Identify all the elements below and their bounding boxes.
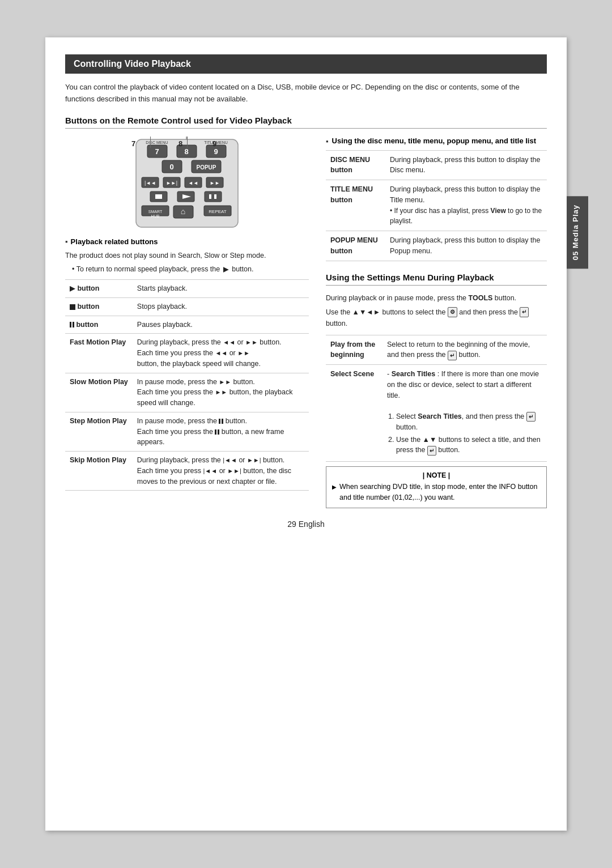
- menu-label: POPUP MENU button: [326, 231, 385, 261]
- menu-label: DISC MENU button: [326, 150, 385, 180]
- svg-text:►►|: ►►|: [166, 180, 177, 186]
- settings-label: Play from the beginning: [326, 335, 382, 365]
- svg-rect-22: [155, 194, 162, 199]
- stop-icon: [70, 304, 75, 310]
- menu-desc: During playback, press this button to di…: [385, 231, 547, 261]
- menu-table: DISC MENU button During playback, press …: [326, 150, 547, 261]
- settings-section: Using the Settings Menu During Playback …: [326, 273, 547, 508]
- table-row: button Pauses playback.: [65, 316, 309, 334]
- settings-label: Select Scene: [326, 365, 382, 462]
- section-title: Controlling Video Playback: [65, 54, 547, 74]
- btn-label: button: [65, 316, 133, 334]
- menu-label: TITLE MENU button: [326, 180, 385, 231]
- svg-text:7: 7: [155, 147, 159, 156]
- table-row: button Stops playback.: [65, 297, 309, 316]
- note-box-item: When searching DVD title, in stop mode, …: [332, 482, 541, 503]
- play-icon: [70, 286, 75, 292]
- svg-text:►►: ►►: [210, 180, 220, 186]
- note-text: The product does not play sound in Searc…: [65, 250, 309, 261]
- numbered-list: Select Search Titles, and then press the…: [396, 411, 542, 456]
- btn-label: button: [65, 297, 133, 316]
- svg-text:8: 8: [184, 147, 188, 156]
- list-item: Select Search Titles, and then press the…: [396, 411, 542, 433]
- page-number: 29 English: [65, 520, 547, 529]
- svg-text:HUB: HUB: [151, 214, 160, 218]
- svg-text:◄◄: ◄◄: [188, 180, 198, 186]
- settings-intro: During playback or in pause mode, press …: [326, 292, 547, 304]
- menu-desc: During playback, press this button to di…: [385, 180, 547, 231]
- table-row: POPUP MENU button During playback, press…: [326, 231, 547, 261]
- bullet-1: To return to normal speed playback, pres…: [72, 264, 309, 275]
- svg-text:9: 9: [214, 147, 218, 156]
- two-col-layout: 7 8 9 DISC MENU TITLE MENU 0: [65, 137, 547, 508]
- enter-btn-list1: ↵: [526, 412, 536, 422]
- svg-text:0: 0: [169, 163, 173, 171]
- svg-text:⌂: ⌂: [181, 207, 185, 216]
- table-row: Skip Motion Play During playback, press …: [65, 452, 309, 491]
- enter-btn-inline: ↵: [448, 351, 457, 360]
- btn-desc: In pause mode, press the button. Each ti…: [133, 412, 309, 451]
- play-icon-inline: [223, 267, 229, 273]
- intro-text: You can control the playback of video co…: [65, 82, 547, 105]
- btn-desc: During playback, press the |◄◄ or ►►| bu…: [133, 452, 309, 491]
- button-table: button Starts playback. button Stops pla…: [65, 279, 309, 491]
- note-box: | NOTE | When searching DVD title, in st…: [326, 466, 547, 508]
- settings-table: Play from the beginning Select to return…: [326, 335, 547, 462]
- btn-label: Slow Motion Play: [65, 373, 133, 412]
- left-column: 7 8 9 DISC MENU TITLE MENU 0: [65, 137, 309, 508]
- enter-btn-list2: ↵: [427, 446, 436, 456]
- enter-btn-icon: ↵: [520, 307, 529, 317]
- btn-desc: In pause mode, press the ►► button. Each…: [133, 373, 309, 412]
- svg-text:DISC MENU: DISC MENU: [146, 141, 168, 144]
- svg-rect-25: [205, 192, 222, 202]
- svg-text:SMART: SMART: [148, 210, 163, 214]
- table-row: Select Scene - Search Titles : If there …: [326, 365, 547, 462]
- playback-label: Playback related buttons: [65, 237, 309, 246]
- settings-heading: Using the Settings Menu During Playback: [326, 273, 547, 286]
- table-row: Slow Motion Play In pause mode, press th…: [65, 373, 309, 412]
- svg-rect-27: [209, 194, 211, 199]
- settings-icon: ⚙: [448, 307, 457, 317]
- table-row: Play from the beginning Select to return…: [326, 335, 547, 365]
- svg-text:POPUP: POPUP: [196, 164, 216, 171]
- disc-menu-heading: Using the disc menu, title menu, popup m…: [326, 137, 547, 146]
- settings-desc: - Search Titles : If there is more than …: [382, 365, 547, 462]
- right-column: Using the disc menu, title menu, popup m…: [326, 137, 547, 508]
- settings-desc: Select to return to the beginning of the…: [382, 335, 547, 365]
- menu-desc: During playback, press this button to di…: [385, 150, 547, 180]
- btn-label: Skip Motion Play: [65, 452, 133, 491]
- remote-control-svg: 7 8 9 DISC MENU TITLE MENU 0: [119, 137, 255, 233]
- btn-label: Step Motion Play: [65, 412, 133, 451]
- btn-label: Fast Motion Play: [65, 334, 133, 373]
- table-row: TITLE MENU button During playback, press…: [326, 180, 547, 231]
- page-background: 05 Media Play Controlling Video Playback…: [0, 0, 612, 868]
- btn-desc: Starts playback.: [133, 280, 309, 298]
- manual-page: 05 Media Play Controlling Video Playback…: [45, 37, 567, 831]
- pause-icon-inline: [219, 419, 223, 424]
- buttons-heading: Buttons on the Remote Control used for V…: [65, 116, 547, 129]
- btn-desc: During playback, press the ◄◄ or ►► butt…: [133, 334, 309, 373]
- table-row: button Starts playback.: [65, 280, 309, 298]
- table-row: DISC MENU button During playback, press …: [326, 150, 547, 180]
- btn-desc: Pauses playback.: [133, 316, 309, 334]
- settings-intro-2: Use the ▲▼◄► buttons to select the ⚙ and…: [326, 307, 547, 329]
- btn-desc: Stops playback.: [133, 297, 309, 316]
- list-item: Use the ▲▼ buttons to select a title, an…: [396, 435, 542, 456]
- svg-text:REPEAT: REPEAT: [209, 209, 227, 214]
- btn-label: button: [65, 280, 133, 298]
- side-tab: 05 Media Play: [567, 196, 588, 269]
- table-row: Step Motion Play In pause mode, press th…: [65, 412, 309, 451]
- pause-icon: [70, 322, 74, 327]
- pause-icon-inline2: [215, 429, 219, 435]
- note-box-title: | NOTE |: [332, 471, 541, 479]
- svg-rect-28: [214, 194, 216, 199]
- svg-text:|◄◄: |◄◄: [144, 180, 156, 186]
- table-row: Fast Motion Play During playback, press …: [65, 334, 309, 373]
